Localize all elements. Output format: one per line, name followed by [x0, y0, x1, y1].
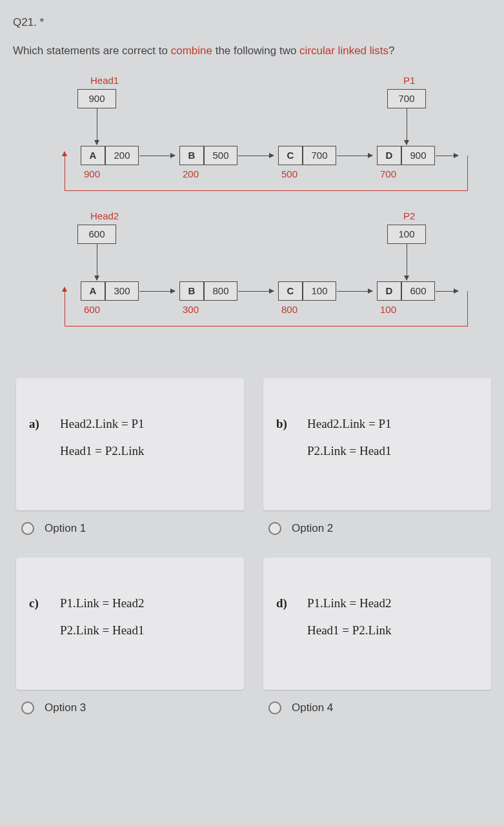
option-card-b: b) Head2.Link = P1 P2.Link = Head1: [263, 378, 491, 510]
option-c-line1: P1.Link = Head2: [60, 596, 145, 610]
option-1-radio-row[interactable]: Option 1: [21, 522, 244, 535]
p1-box: 700: [387, 89, 426, 108]
head1-arrow: [97, 115, 97, 145]
question-suffix: ?: [388, 45, 394, 57]
option-card-a: a) Head2.Link = P1 Head1 = P2.Link: [16, 378, 244, 510]
circular-arrowhead-1: [62, 151, 67, 156]
question-prefix: Which statements are correct to: [13, 45, 171, 57]
p1-label: P1: [403, 75, 415, 86]
option-c-tag: c): [29, 596, 45, 638]
option-a-line1: Head2.Link = P1: [60, 417, 145, 431]
option-a-line2: Head1 = P2.Link: [60, 444, 145, 458]
option-card-c: c) P1.Link = Head2 P2.Link = Head1: [16, 558, 244, 690]
radio-icon[interactable]: [268, 522, 281, 535]
option-card-d: d) P1.Link = Head2 Head1 = P2.Link: [263, 558, 491, 690]
head2-label: Head2: [90, 210, 119, 221]
option-b-line1: Head2.Link = P1: [307, 417, 392, 431]
option-b-line2: P2.Link = Head1: [307, 444, 392, 458]
question-page: Q21. * Which statements are correct to c…: [0, 0, 504, 826]
head1-stub: [97, 108, 97, 115]
option-2-radio-row[interactable]: Option 2: [268, 522, 491, 535]
circular-arrowhead-2: [62, 287, 67, 292]
option-3-label: Option 3: [45, 701, 86, 714]
head2-box: 600: [77, 225, 116, 244]
question-mid: the following two: [212, 45, 299, 57]
question-highlight-2: circular linked lists: [299, 45, 388, 57]
p2-stub: [407, 244, 407, 250]
linked-list-1: Head1 900 P1 700 A 200 900 B 500 200 C 7…: [13, 75, 491, 207]
option-d-line1: P1.Link = Head2: [307, 596, 392, 610]
radio-icon[interactable]: [21, 522, 34, 535]
p2-box: 100: [387, 225, 426, 244]
p1-stub: [407, 108, 407, 115]
option-2-label: Option 2: [292, 522, 333, 535]
p2-label: P2: [403, 210, 415, 221]
option-b-tag: b): [276, 417, 292, 458]
radio-icon[interactable]: [268, 701, 281, 714]
option-1-label: Option 1: [45, 522, 86, 535]
linked-list-2: Head2 600 P2 100 A 300 600 B 800 300 C 1…: [13, 210, 491, 346]
option-4-radio-row[interactable]: Option 4: [268, 701, 491, 714]
radio-icon[interactable]: [21, 701, 34, 714]
question-number: Q21. *: [13, 16, 491, 29]
option-3-radio-row[interactable]: Option 3: [21, 701, 244, 714]
question-highlight-1: combine: [171, 45, 212, 57]
circular-path-2: [65, 291, 468, 327]
head2-arrow: [97, 250, 97, 280]
option-a-tag: a): [29, 417, 45, 458]
head2-stub: [97, 244, 97, 250]
option-d-tag: d): [276, 596, 292, 638]
circular-path-1: [65, 156, 468, 191]
p1-arrow: [407, 115, 407, 145]
head1-label: Head1: [90, 75, 119, 86]
option-4-label: Option 4: [292, 701, 333, 714]
option-c-line2: P2.Link = Head1: [60, 623, 145, 638]
p2-arrow: [407, 250, 407, 280]
options-area: a) Head2.Link = P1 Head1 = P2.Link b) He…: [13, 378, 491, 730]
option-d-line2: Head1 = P2.Link: [307, 623, 392, 638]
question-text: Which statements are correct to combine …: [13, 43, 491, 59]
head1-box: 900: [77, 89, 116, 108]
